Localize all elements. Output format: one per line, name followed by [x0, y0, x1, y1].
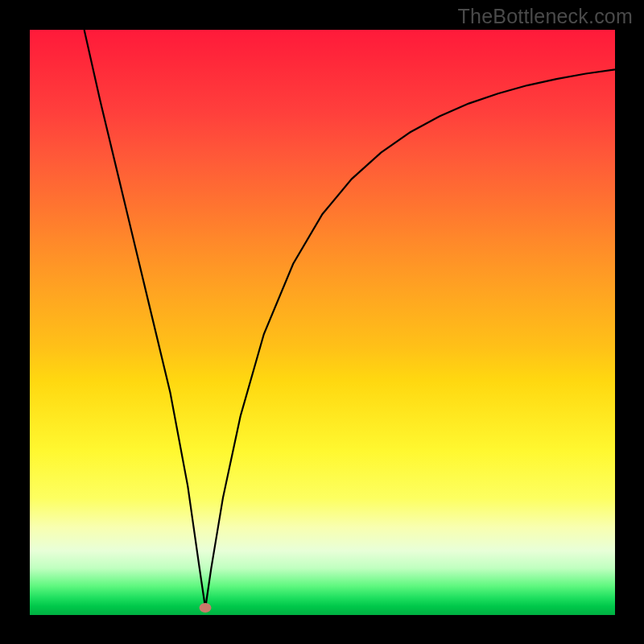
curve-layer — [30, 30, 615, 615]
optimal-point-marker — [200, 603, 212, 613]
chart-frame — [0, 0, 644, 644]
plot-area — [30, 30, 615, 615]
bottleneck-curve — [85, 30, 615, 608]
watermark-text: TheBottleneck.com — [458, 5, 633, 28]
